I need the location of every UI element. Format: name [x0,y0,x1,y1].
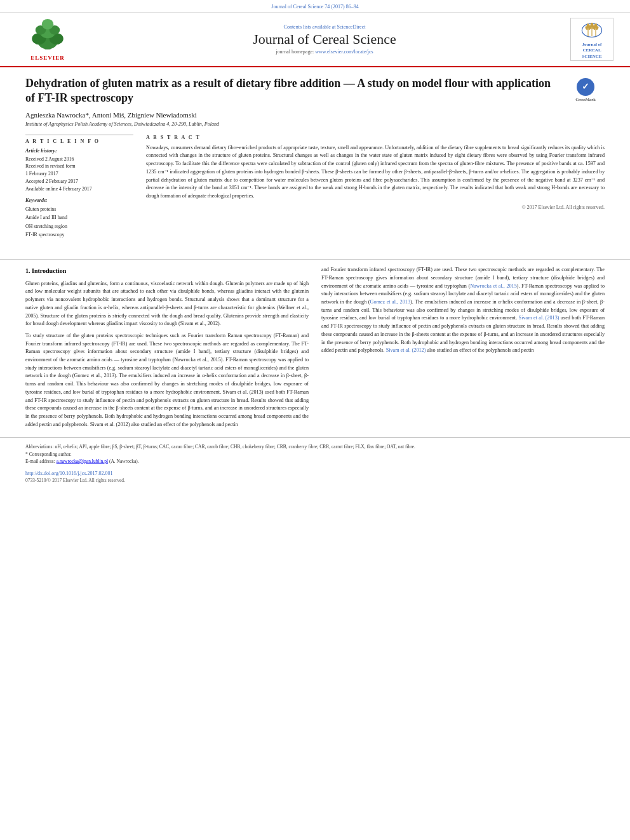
cereal-science-logo-icon [580,19,603,42]
journal-logo-area: Journal of CEREAL SCIENCE [566,18,617,61]
cite-sivam-2012[interactable]: Sivam et al. (2012) [386,347,426,353]
journal-citation: Journal of Cereal Science 74 (2017) 86–9… [0,0,630,13]
keyword-1: Gluten proteins [25,205,133,213]
bottom-links: http://dx.doi.org/10.1016/j.jcs.2017.02.… [0,467,630,484]
elsevier-tree-icon [22,18,73,53]
intro-para-1: Gluten proteins, gliadins and glutenins,… [25,280,309,328]
copyright-line: © 2017 Elsevier Ltd. All rights reserved… [146,204,605,210]
journal-header: ELSEVIER Contents lists available at Sci… [0,13,630,67]
history-label: Article history: [25,148,133,154]
article-info-abstract: A R T I C L E I N F O Article history: R… [25,135,605,239]
section-divider [0,259,630,260]
doi-link[interactable]: http://dx.doi.org/10.1016/j.jcs.2017.02.… [25,470,112,476]
accepted: Accepted 2 February 2017 [25,178,133,185]
keyword-3: OH stretching region [25,222,133,230]
footnotes-area: Abbreviations: αH, α-helix; API, apple f… [0,437,630,467]
received-revised: Received in revised form [25,163,133,170]
body-col-left: 1. Introduction Gluten proteins, gliadin… [25,266,309,432]
footnote-corresponding: * Corresponding author. [25,451,605,458]
journal-title-area: Contents lists available at ScienceDirec… [83,24,566,55]
homepage-label: journal homepage: [276,49,314,55]
affiliation-text: Institute of Agrophysics Polish Academy … [25,121,219,127]
svg-point-7 [42,18,53,29]
elsevier-label: ELSEVIER [30,55,65,61]
article-affiliation: Institute of Agrophysics Polish Academy … [25,121,605,127]
article-info-col: A R T I C L E I N F O Article history: R… [25,135,133,239]
cite-gomez-2013[interactable]: Gomez et al., 2013 [370,299,410,305]
received-1: Received 2 August 2016 [25,156,133,163]
available-online: Available online 4 February 2017 [25,185,133,193]
logo-line-2: CEREAL [582,48,601,53]
article-info-box: A R T I C L E I N F O Article history: R… [25,135,133,239]
cite-sivam-2013[interactable]: Sivam et al. (2013) [519,315,560,321]
keywords-section: Keywords: Gluten proteins Amide I and II… [25,197,133,239]
footnote-abbreviations: Abbreviations: αH, α-helix; API, apple f… [25,443,605,450]
cite-nawrocka-2015[interactable]: Nawrocka et al., 2015 [470,283,517,289]
abstract-paragraph: Nowadays, consumers demand dietary fibre… [146,144,605,201]
received-date-2: 1 February 2017 [25,170,133,178]
email-link[interactable]: a.nawrocka@ipan.lublin.pl [57,458,108,464]
journal-homepage: journal homepage: www.elsevier.com/locat… [83,49,566,55]
keyword-4: FT-IR spectroscopy [25,230,133,239]
logo-line-3: SCIENCE [582,54,601,59]
intro-para-2: To study structure of the gluten protein… [25,332,309,429]
journal-title: Journal of Cereal Science [83,31,566,48]
body-right-text: and Fourier transform infrared spectrosc… [321,266,605,355]
abstract-heading: A B S T R A C T [146,135,605,140]
citation-text: Journal of Cereal Science 74 (2017) 86–9… [271,4,358,10]
footnote-email: E-mail address: a.nawrocka@ipan.lublin.p… [25,458,605,465]
abstract-col: A B S T R A C T Nowadays, consumers dema… [146,135,605,239]
authors-text: Agnieszka Nawrocka*, Antoni Miś, Zbignie… [25,111,197,119]
body-content: 1. Introduction Gluten proteins, gliadin… [0,266,630,432]
title-text: Dehydration of gluten matrix as a result… [25,77,551,104]
crossmark-label: CrossMark [575,97,596,102]
crossmark-icon: ✓ [577,78,594,96]
sciencedirect-text: Contents lists available at ScienceDirec… [83,24,566,30]
article-content: Dehydration of gluten matrix as a result… [0,67,630,253]
logo-text: Journal of CEREAL SCIENCE [582,42,601,59]
homepage-link[interactable]: www.elsevier.com/locate/jcs [315,49,373,55]
crossmark-badge: ✓ CrossMark [566,76,605,105]
elsevier-logo-area: ELSEVIER [13,18,83,61]
logo-line-1: Journal of [582,42,602,47]
body-col-right: and Fourier transform infrared spectrosc… [321,266,605,432]
intro-heading: 1. Introduction [25,266,309,276]
article-authors: Agnieszka Nawrocka*, Antoni Miś, Zbignie… [25,111,605,119]
issn-line: 0733-5210/© 2017 Elsevier Ltd. All right… [25,477,605,483]
journal-logo-box: Journal of CEREAL SCIENCE [570,18,613,61]
keywords-label: Keywords: [25,197,133,203]
article-title: Dehydration of gluten matrix as a result… [25,76,605,106]
article-info-heading: A R T I C L E I N F O [25,138,133,144]
sciencedirect-label: Contents lists available at ScienceDirec… [284,24,366,30]
abstract-text: Nowadays, consumers demand dietary fibre… [146,144,605,201]
keyword-2: Amide I and III band [25,213,133,222]
